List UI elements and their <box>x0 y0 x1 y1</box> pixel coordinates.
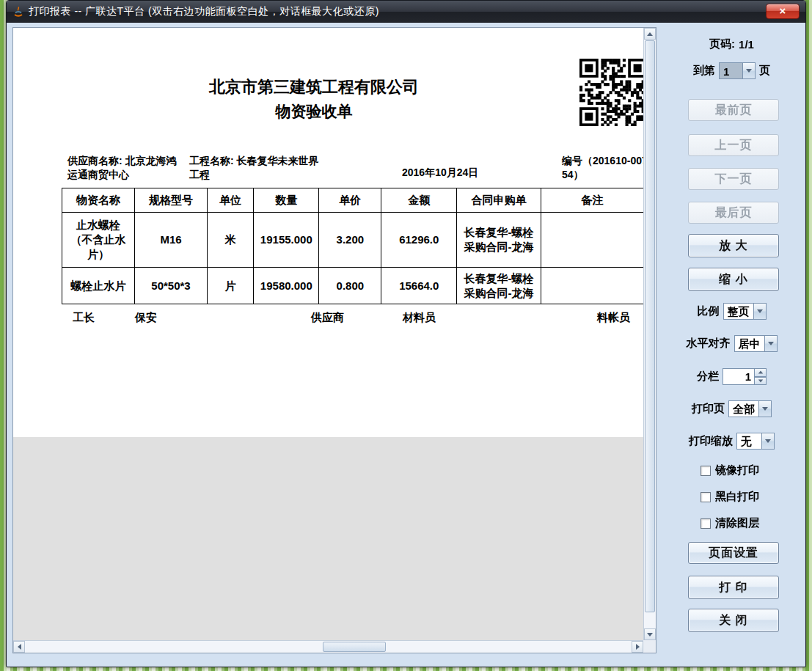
supplier-name: 供应商名称: 北京龙海鸿运通商贸中心 <box>67 154 186 182</box>
qr-code <box>579 59 647 126</box>
signature-label: 料帐员 <box>597 311 630 325</box>
bw-print-checkbox-row: 黑白打印 <box>701 490 759 504</box>
column-header: 物资名称 <box>62 188 135 213</box>
column-header: 数量 <box>254 188 319 213</box>
scroll-up-button[interactable] <box>644 28 656 40</box>
signature-label: 工长 <box>73 311 95 325</box>
form-title: 物资验收单 <box>13 101 615 122</box>
print-report-window: 打印报表 -- 广联达T平台 (双击右边功能面板空白处，对话框最大化或还原) ×… <box>6 0 806 667</box>
table-cell: 止水螺栓（不含止水片） <box>62 213 135 268</box>
clear-layer-checkbox-label: 清除图层 <box>715 516 759 530</box>
align-combobox[interactable]: 居中 <box>734 335 778 352</box>
titlebar[interactable]: 打印报表 -- 广联达T平台 (双击右边功能面板空白处，对话框最大化或还原) × <box>7 1 805 23</box>
scroll-down-button[interactable] <box>644 628 656 640</box>
print-pages-combobox[interactable]: 全部 <box>728 400 772 417</box>
goto-page-row: 到第 1 页 <box>662 62 802 79</box>
materials-table: 物资名称规格型号单位数量单价金额合同申购单备注止水螺栓（不含止水片）M16米19… <box>62 188 644 304</box>
scale-row: 比例 整页 <box>662 303 802 320</box>
columns-decrement-button[interactable] <box>755 377 767 386</box>
column-header: 备注 <box>541 188 643 213</box>
arrow-up-icon <box>647 32 653 36</box>
window-title: 打印报表 -- 广联达T平台 (双击右边功能面板空白处，对话框最大化或还原) <box>29 5 379 18</box>
print-pages-dropdown-button[interactable] <box>758 400 772 417</box>
project-name: 工程名称: 长春复华未来世界工程 <box>189 154 329 182</box>
arrow-down-icon <box>758 379 762 382</box>
chevron-down-icon <box>768 342 774 345</box>
goto-page-label: 到第 <box>693 64 715 78</box>
column-header: 单价 <box>319 188 381 213</box>
align-row: 水平对齐 居中 <box>662 335 802 352</box>
columns-row: 分栏 1 <box>662 368 802 385</box>
print-pages-value[interactable]: 全部 <box>728 400 758 417</box>
print-scale-combobox[interactable]: 无 <box>736 433 775 450</box>
print-scale-dropdown-button[interactable] <box>761 433 775 450</box>
table-cell: 螺栓止水片 <box>62 268 135 304</box>
close-button[interactable]: 关 闭 <box>688 609 779 632</box>
java-icon <box>12 6 24 18</box>
clear-layer-checkbox-row: 清除图层 <box>701 516 759 530</box>
signature-row: 工长保安供应商材料员料帐员 <box>13 311 644 326</box>
scale-dropdown-button[interactable] <box>753 303 767 320</box>
table-cell: 15664.0 <box>381 268 457 304</box>
table-cell: 片 <box>207 268 253 304</box>
scale-combobox[interactable]: 整页 <box>723 303 767 320</box>
desktop-background: 打印报表 -- 广联达T平台 (双击右边功能面板空白处，对话框最大化或还原) ×… <box>0 0 812 671</box>
chevron-down-icon <box>757 309 763 313</box>
print-scale-row: 打印缩放 无 <box>662 433 802 450</box>
nav-last-page-button[interactable]: 最后页 <box>688 202 779 224</box>
table-cell: M16 <box>135 213 208 268</box>
goto-page-combobox[interactable]: 1 <box>719 62 756 79</box>
table-row: 螺栓止水片50*50*3片19580.0000.80015664.0长春复华-螺… <box>62 268 644 304</box>
clear-layer-checkbox[interactable] <box>701 518 711 529</box>
window-close-button[interactable]: × <box>766 4 800 19</box>
page-count-row: 页码: 1/1 <box>662 37 802 51</box>
chevron-down-icon <box>746 69 752 73</box>
arrow-down-icon <box>647 633 653 637</box>
scroll-left-button[interactable] <box>13 641 25 653</box>
signature-label: 材料员 <box>403 311 436 325</box>
nav-next-page-button[interactable]: 下一页 <box>688 168 779 190</box>
print-button[interactable]: 打 印 <box>688 576 779 599</box>
table-cell: 长春复华-螺栓采购合同-龙海 <box>457 213 541 268</box>
scale-value[interactable]: 整页 <box>723 303 753 320</box>
vertical-scroll-thumb[interactable] <box>645 40 655 612</box>
vertical-scrollbar[interactable] <box>643 28 656 640</box>
nav-first-page-button[interactable]: 最前页 <box>688 99 779 121</box>
nav-prev-page-button[interactable]: 上一页 <box>688 134 779 156</box>
column-header: 规格型号 <box>135 188 208 213</box>
goto-page-dropdown-button[interactable] <box>742 62 756 79</box>
mirror-print-checkbox[interactable] <box>701 466 711 476</box>
control-panel: 页码: 1/1 到第 1 页 最前页上一页下一页最后页 放 大 缩 小 比例 <box>662 27 802 660</box>
chevron-down-icon <box>765 439 771 443</box>
horizontal-scrollbar[interactable] <box>13 640 643 653</box>
print-preview-area: 北京市第三建筑工程有限公司 物资验收单 供应商名称: 北京龙海鸿运通商贸中心 工… <box>12 27 656 653</box>
zoom-in-button[interactable]: 放 大 <box>688 234 779 257</box>
align-dropdown-button[interactable] <box>764 335 778 352</box>
horizontal-scroll-thumb[interactable] <box>323 642 386 652</box>
print-scale-value[interactable]: 无 <box>736 433 761 450</box>
columns-stepper[interactable]: 1 <box>723 368 767 385</box>
close-icon: × <box>780 4 786 17</box>
chevron-down-icon <box>762 407 768 411</box>
bw-print-checkbox[interactable] <box>701 492 711 502</box>
document-number: 编号（201610-00754） <box>562 154 648 182</box>
company-title: 北京市第三建筑工程有限公司 <box>13 76 615 98</box>
table-cell: 50*50*3 <box>135 268 208 304</box>
scroll-right-button[interactable] <box>632 641 643 653</box>
document-page: 北京市第三建筑工程有限公司 物资验收单 供应商名称: 北京龙海鸿运通商贸中心 工… <box>13 28 644 437</box>
signature-label: 保安 <box>135 311 157 325</box>
table-cell: 19155.000 <box>254 213 319 268</box>
zoom-out-button[interactable]: 缩 小 <box>688 268 779 291</box>
mirror-print-checkbox-label: 镜像打印 <box>715 463 759 477</box>
mirror-print-checkbox-row: 镜像打印 <box>701 463 759 477</box>
columns-value[interactable]: 1 <box>723 368 755 385</box>
page-setup-button[interactable]: 页面设置 <box>688 542 779 564</box>
columns-increment-button[interactable] <box>755 368 767 377</box>
align-value[interactable]: 居中 <box>734 335 764 352</box>
scale-label: 比例 <box>698 304 720 318</box>
page-background-void <box>13 437 644 640</box>
table-header-row: 物资名称规格型号单位数量单价金额合同申购单备注 <box>62 188 644 213</box>
arrow-up-icon <box>758 371 762 374</box>
table-cell: 0.800 <box>319 268 381 304</box>
goto-page-value[interactable]: 1 <box>719 62 742 79</box>
